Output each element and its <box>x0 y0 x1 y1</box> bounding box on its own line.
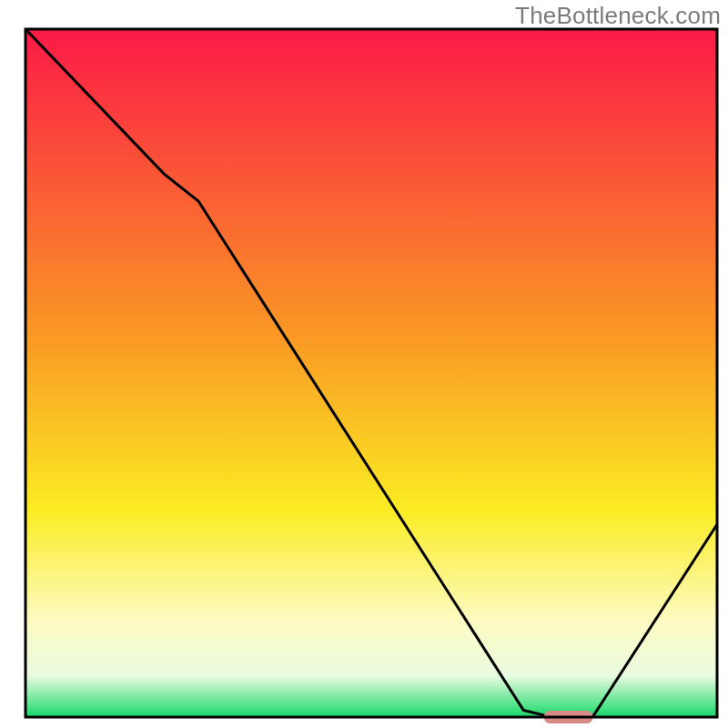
chart-container: TheBottleneck.com <box>0 0 728 728</box>
bottleneck-chart <box>0 0 728 728</box>
watermark-text: TheBottleneck.com <box>515 2 721 30</box>
plot-background <box>25 29 717 717</box>
